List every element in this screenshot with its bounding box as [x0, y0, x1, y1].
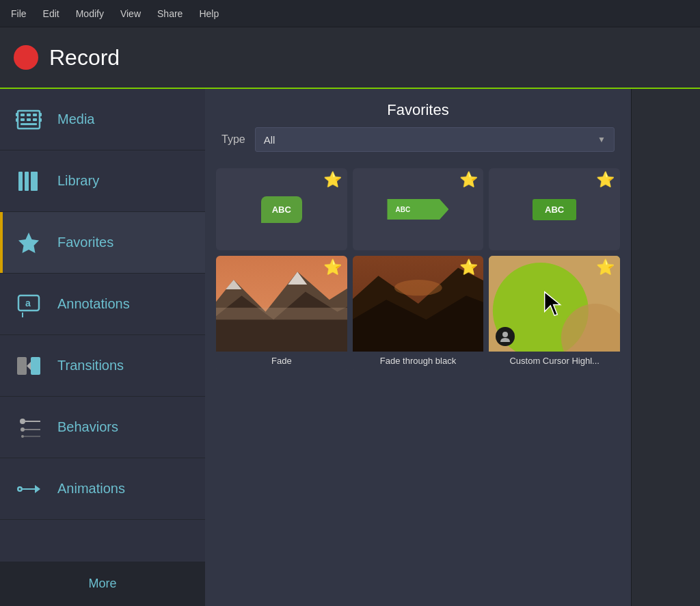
menubar: File Edit Modify View Share Help — [0, 0, 700, 27]
svg-marker-31 — [35, 485, 40, 493]
svg-rect-9 — [27, 118, 31, 121]
svg-text:a: a — [25, 298, 31, 308]
sidebar-label-annotations: Annotations — [57, 296, 130, 312]
sidebar-item-behaviors[interactable]: Behaviors — [0, 397, 205, 458]
star-icon: ⭐ — [459, 172, 478, 187]
sidebar-label-favorites: Favorites — [57, 235, 113, 250]
star-icon: ⭐ — [323, 172, 342, 187]
type-select[interactable]: All ▼ — [255, 127, 615, 152]
svg-rect-5 — [21, 114, 25, 116]
sidebar-item-library[interactable]: Library — [0, 150, 205, 212]
star-icon: ⭐ — [596, 172, 615, 187]
sidebar-more-label: More — [88, 577, 116, 591]
svg-rect-7 — [33, 114, 37, 116]
menu-share[interactable]: Share — [157, 5, 183, 22]
svg-rect-2 — [16, 118, 18, 122]
favorite-item-fade[interactable]: ⭐ — [216, 256, 347, 371]
svg-rect-11 — [21, 123, 37, 125]
sidebar-more-button[interactable]: More — [0, 562, 205, 606]
favorite-label: Custom Cursor Highl... — [489, 352, 620, 371]
svg-rect-4 — [39, 118, 42, 122]
favorite-item-speech-bubble[interactable]: ⭐ ABC — [216, 168, 347, 250]
svg-point-23 — [21, 427, 25, 432]
speech-bubble-shape: ABC — [261, 196, 302, 223]
type-filter-label: Type — [221, 133, 245, 146]
media-icon — [14, 105, 44, 135]
sidebar-label-media: Media — [57, 111, 94, 127]
svg-marker-45 — [545, 292, 561, 315]
favorite-item-rect-label[interactable]: ⭐ ABC — [489, 168, 620, 250]
transitions-icon — [14, 351, 44, 381]
favorite-item-fade-through-black[interactable]: ⭐ — [353, 256, 484, 371]
svg-rect-20 — [31, 357, 40, 375]
svg-rect-19 — [17, 357, 27, 375]
type-select-value: All — [264, 134, 275, 146]
svg-rect-3 — [39, 113, 42, 116]
svg-rect-13 — [25, 172, 29, 191]
library-icon — [14, 166, 44, 196]
svg-rect-37 — [216, 308, 347, 320]
sidebar-item-annotations[interactable]: a Annotations — [0, 274, 205, 335]
sidebar-label-animations: Animations — [57, 481, 125, 497]
behaviors-icon — [14, 412, 44, 443]
record-bar: Record — [0, 27, 700, 89]
sidebar-item-transitions[interactable]: Transitions — [0, 335, 205, 397]
svg-rect-8 — [21, 118, 25, 121]
svg-point-41 — [394, 280, 442, 295]
sidebar-item-favorites[interactable]: Favorites — [0, 212, 205, 274]
content-title: Favorites — [205, 89, 631, 127]
annotations-icon: a — [14, 289, 44, 319]
svg-point-47 — [502, 332, 508, 337]
favorite-item-arrow-banner[interactable]: ⭐ ABC — [353, 168, 484, 250]
sidebar: Media Library Favorites — [0, 89, 205, 606]
sidebar-item-animations[interactable]: Animations — [0, 458, 205, 520]
rect-label-shape: ABC — [533, 199, 576, 220]
menu-edit[interactable]: Edit — [43, 5, 59, 22]
sidebar-label-behaviors: Behaviors — [57, 419, 118, 435]
favorite-item-custom-cursor[interactable]: ⭐ — [489, 256, 620, 371]
svg-rect-14 — [31, 172, 38, 191]
favorites-grid: ⭐ ABC ⭐ ABC ⭐ ABC ⭐ — [205, 163, 631, 377]
menu-modify[interactable]: Modify — [76, 5, 104, 22]
svg-point-22 — [20, 419, 25, 424]
svg-rect-1 — [16, 113, 18, 116]
chevron-down-icon: ▼ — [597, 135, 606, 144]
menu-file[interactable]: File — [11, 5, 27, 22]
star-icon: ⭐ — [459, 260, 478, 275]
favorites-icon — [14, 228, 44, 258]
star-icon: ⭐ — [323, 260, 342, 275]
star-icon: ⭐ — [596, 260, 615, 275]
content-area: Favorites Type All ▼ ⭐ ABC ⭐ ABC — [205, 89, 632, 606]
favorite-label: Fade through black — [353, 352, 484, 371]
sidebar-label-library: Library — [57, 173, 99, 189]
favorite-label: Fade — [216, 352, 347, 371]
svg-point-29 — [19, 488, 21, 490]
svg-rect-12 — [18, 172, 23, 191]
svg-rect-10 — [33, 118, 37, 121]
menu-view[interactable]: View — [120, 5, 141, 22]
arrow-banner-shape: ABC — [387, 199, 448, 220]
sidebar-label-transitions: Transitions — [57, 358, 124, 373]
record-title: Record — [49, 45, 120, 70]
svg-point-24 — [21, 435, 24, 438]
menu-help[interactable]: Help — [199, 5, 219, 22]
right-panel — [632, 89, 700, 606]
record-button[interactable] — [14, 45, 38, 70]
svg-marker-15 — [18, 233, 39, 253]
sidebar-item-media[interactable]: Media — [0, 89, 205, 150]
animations-icon — [14, 474, 44, 504]
type-filter: Type All ▼ — [205, 127, 631, 163]
main-layout: Media Library Favorites — [0, 89, 700, 606]
svg-rect-6 — [27, 114, 31, 116]
svg-marker-21 — [27, 362, 31, 370]
